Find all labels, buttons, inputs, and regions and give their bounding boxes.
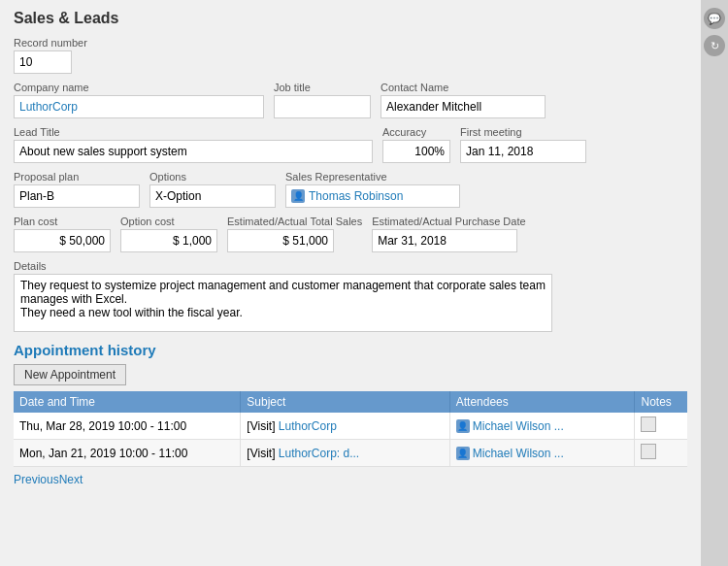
new-appointment-button[interactable]: New Appointment	[14, 364, 126, 385]
col-header-attendees: Attendees	[449, 391, 635, 413]
row2-subject-prefix: [Visit]	[247, 447, 278, 460]
table-row: Thu, Mar 28, 2019 10:00 - 11:00 [Visit] …	[14, 413, 687, 440]
accuracy-label: Accuracy	[382, 126, 450, 138]
record-number-input[interactable]	[14, 50, 72, 74]
job-title-input[interactable]	[274, 95, 371, 118]
options-label: Options	[149, 171, 276, 183]
col-header-datetime: Date and Time	[14, 391, 241, 413]
details-label: Details	[14, 260, 552, 272]
proposal-plan-label: Proposal plan	[14, 171, 140, 183]
appointment-table: Date and Time Subject Attendees Notes Th…	[14, 391, 687, 467]
contact-name-input[interactable]	[381, 95, 546, 118]
plan-cost-label: Plan cost	[14, 216, 111, 227]
plan-cost-input[interactable]	[14, 229, 111, 252]
sales-rep-field[interactable]: 👤 Thomas Robinson	[285, 184, 460, 208]
options-input[interactable]	[149, 184, 276, 208]
total-sales-input[interactable]	[227, 229, 334, 252]
first-meeting-label: First meeting	[460, 126, 586, 138]
lead-title-label: Lead Title	[14, 126, 373, 138]
notes-icon[interactable]	[641, 444, 656, 459]
row1-attendees: 👤 Michael Wilson ...	[449, 413, 635, 440]
attendee-icon: 👤	[456, 419, 470, 433]
table-row: Mon, Jan 21, 2019 10:00 - 11:00 [Visit] …	[14, 440, 687, 467]
proposal-plan-input[interactable]	[14, 184, 140, 208]
row2-attendees: 👤 Michael Wilson ...	[449, 440, 635, 467]
right-sidebar: 💬 ↻	[701, 0, 728, 566]
lead-title-input[interactable]	[14, 140, 373, 163]
row1-notes[interactable]	[635, 413, 687, 440]
accuracy-input[interactable]	[382, 140, 450, 163]
appointment-history-title: Appointment history	[14, 342, 687, 358]
option-cost-input[interactable]	[120, 229, 217, 252]
row2-datetime: Mon, Jan 21, 2019 10:00 - 11:00	[14, 440, 241, 467]
company-name-label: Company name	[14, 82, 264, 93]
details-textarea[interactable]: They request to systemize project manage…	[14, 274, 552, 332]
previous-link[interactable]: Previous	[14, 473, 59, 486]
row1-attendee-link[interactable]: Michael Wilson ...	[473, 419, 564, 433]
first-meeting-input[interactable]	[460, 140, 586, 163]
row2-subject[interactable]: [Visit] LuthorCorp: d...	[241, 440, 449, 467]
total-sales-label: Estimated/Actual Total Sales	[227, 216, 362, 227]
purchase-date-input[interactable]	[372, 229, 517, 252]
row2-attendee-link[interactable]: Michael Wilson ...	[473, 447, 564, 460]
chat-icon[interactable]: 💬	[704, 8, 725, 29]
row2-subject-link[interactable]: LuthorCorp: d...	[279, 447, 359, 460]
row2-notes[interactable]	[635, 440, 687, 467]
next-link[interactable]: Next	[59, 473, 83, 486]
job-title-label: Job title	[274, 82, 371, 93]
purchase-date-label: Estimated/Actual Purchase Date	[372, 216, 525, 227]
row1-subject-prefix: [Visit]	[247, 419, 278, 433]
sales-rep-label: Sales Representative	[285, 171, 460, 183]
contact-name-label: Contact Name	[381, 82, 546, 93]
col-header-subject: Subject	[241, 391, 449, 413]
row1-datetime: Thu, Mar 28, 2019 10:00 - 11:00	[14, 413, 241, 440]
option-cost-label: Option cost	[120, 216, 217, 227]
sales-rep-value: Thomas Robinson	[309, 189, 403, 203]
refresh-icon[interactable]: ↻	[704, 35, 725, 56]
row1-subject[interactable]: [Visit] LuthorCorp	[241, 413, 449, 440]
notes-icon[interactable]	[641, 416, 656, 432]
page-title: Sales & Leads	[14, 10, 687, 27]
person-icon: 👤	[291, 189, 305, 203]
attendee-icon: 👤	[456, 447, 470, 460]
row1-subject-link[interactable]: LuthorCorp	[279, 419, 337, 433]
pagination: PreviousNext	[14, 473, 687, 486]
record-number-label: Record number	[14, 37, 87, 49]
company-name-input[interactable]	[14, 95, 264, 118]
col-header-notes: Notes	[635, 391, 687, 413]
